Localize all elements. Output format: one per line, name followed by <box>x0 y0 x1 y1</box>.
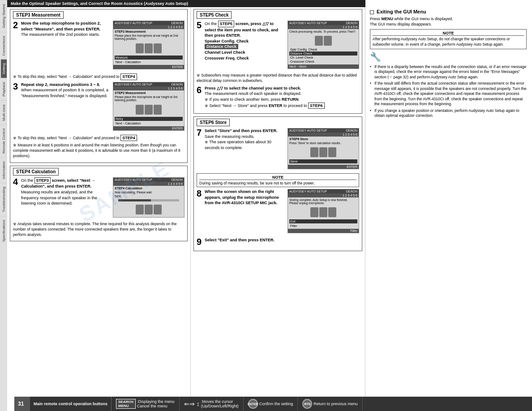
s4-speaker-3 <box>154 205 162 214</box>
s3-footer: ENTER <box>113 126 184 130</box>
step7-row: 7 Select "Store" and then press ENTER. S… <box>197 128 285 150</box>
step3-number: 3 <box>13 82 21 91</box>
step5-header: STEP5 Check <box>197 11 232 19</box>
step3-row: 3 Repeat step 2, measuring positions 3 ~… <box>13 82 111 99</box>
s3-numbers: 1 2 3 4 5 6 <box>168 87 183 90</box>
subwoofer-note: ※ Subwoofers may measure a greater repor… <box>197 73 359 84</box>
s4-progress-fill <box>118 199 151 201</box>
rtn-item: RTN Return to previous menu <box>298 397 363 411</box>
distance-check-label: Distance Check <box>205 44 238 49</box>
s7-speaker-1 <box>310 147 318 157</box>
step3-screen: AUDYSSEY AUTO SETUP DENON 1 2 3 4 5 6 ST… <box>113 82 184 131</box>
step7-text: Select "Store" and then press ENTER. <box>205 128 278 133</box>
search-icon: SEARCHMENU <box>116 399 136 409</box>
step4-screen: AUDYSSEY AUTO SETUP DENON 1 2 3 4 5 6 ST… <box>113 177 184 218</box>
step3-section: STEP3 Measurement AUDYSSEY AUTO SETUP DE… <box>10 9 188 163</box>
s7-footer: ENTER <box>288 165 359 169</box>
s7-step-label: STEP6 Store <box>289 137 357 141</box>
s4-speaker-icons <box>115 203 183 216</box>
left-column: STEP3 Measurement AUDYSSEY AUTO SETUP DE… <box>7 7 191 409</box>
step9-block: 9 Select "Exit" and then press ENTER. <box>197 237 359 246</box>
s3-speaker-1 <box>136 105 144 115</box>
step2-row: 2 Move the setup microphone to position … <box>13 21 111 38</box>
search-menu-text: :Displaying the menuCancel the menu <box>137 399 175 408</box>
step5-label-crossover: Crossover Freq. Check <box>205 56 249 60</box>
speaker-1 <box>136 43 144 53</box>
skip-note-2: ※ To skip this step, select "Next → Calc… <box>13 135 184 141</box>
s7-logo: DENON <box>346 129 357 132</box>
step8-screen: AUDYSSEY AUTO SETUP DENON 1 2 3 4 5 6 St… <box>287 189 359 233</box>
sidebar-item-connections[interactable]: Connections <box>1 32 7 59</box>
s5-menu-item-2-selected: Distance Check <box>289 51 357 56</box>
s8-numbers: 1 2 3 4 5 6 <box>343 194 357 197</box>
sidebar-item-multizone[interactable]: Multi-zone <box>1 100 7 124</box>
speaker-3 <box>154 43 162 53</box>
sidebar-item-setting[interactable]: Setting <box>1 59 7 78</box>
s4-step-label: STEP4 Calculation <box>115 187 183 190</box>
step8-row: 8 When the screen shown on the right app… <box>197 189 285 206</box>
screen-menu-measure: Measure <box>115 56 183 60</box>
right-bullet-list: If there is a disparity between the resu… <box>370 64 527 119</box>
step5-label-chlevel: Channel Level Check <box>205 50 245 55</box>
step9-row: 9 Select "Exit" and then press ENTER. <box>197 237 359 246</box>
sidebar-item-getting-started[interactable]: Getting Started <box>1 0 7 32</box>
step7-note: ※ The save operation takes about 30 seco… <box>205 140 271 150</box>
s4-speaker-2 <box>145 205 153 214</box>
step4-ref-2: STEP4 <box>120 135 137 141</box>
s8-step-label: Storing complete. Auto Setup is now fini… <box>289 198 357 205</box>
s8-menu-exit: Exit <box>289 219 357 223</box>
bullet-3: If you change a speaker position or orie… <box>370 108 527 119</box>
s5-step-label: Check processing results. To proceed, pr… <box>289 30 357 33</box>
s7-instruction: Press 'Store' to store calculation resul… <box>289 141 357 145</box>
step5-step-ref: STEP5 <box>218 21 235 27</box>
s8-speaker-2 <box>319 207 327 217</box>
step2-number: 2 <box>13 21 21 30</box>
rtn-button-icon: RTN <box>302 399 312 409</box>
s3-speaker-3 <box>154 105 162 115</box>
search-menu-item: SEARCHMENU :Displaying the menuCancel th… <box>112 397 180 411</box>
step6-header: STEP6 Store <box>197 119 230 126</box>
s4-speaker-1 <box>136 205 144 214</box>
step4-number: 4 <box>13 177 21 186</box>
sidebar-item-specifications[interactable]: Specifications <box>1 216 7 245</box>
s3-step-label: STEP2 Measurement <box>115 91 183 94</box>
step6-number: 6 <box>197 86 205 94</box>
s3-menu-retry: Retry <box>115 117 183 121</box>
enter-text: Confirm the setting <box>259 402 293 406</box>
step4-block: AUDYSSEY AUTO SETUP DENON 1 2 3 4 5 6 ST… <box>13 177 184 219</box>
sidebar-item-playback[interactable]: Playback <box>1 78 7 100</box>
bullet-2: If the result still differs from the act… <box>370 81 527 107</box>
right-column: Exiting the GUI Menu Press MENU while th… <box>365 7 531 409</box>
step4-row: 4 On the STEP3 screen, select "Next → Ca… <box>13 177 111 206</box>
s5-footer: Next→Store <box>288 64 359 68</box>
note-title: NOTE <box>199 175 356 180</box>
sidebar-item-troubleshooting[interactable]: Troubleshooting <box>1 183 7 216</box>
page-header: Make the Optimal Speaker Settings, and C… <box>7 0 365 7</box>
step8-content: When the screen shown on the right appea… <box>205 189 285 206</box>
step9-content: Select "Exit" and then press ENTER. <box>205 237 275 243</box>
middle-column: STEP5 Check AUDYSSEY AUTO SETUP DENON 1 … <box>191 7 365 409</box>
step7-content: Select "Store" and then press ENTER. Sav… <box>205 128 285 150</box>
s4-progress-text: 54% <box>115 195 183 198</box>
s3-logo: DENON <box>172 83 183 86</box>
step4-sub: Measuring results are analyzed, and the … <box>21 190 97 206</box>
step7-screen: AUDYSSEY AUTO SETUP DENON 1 2 3 4 5 6 ST… <box>287 128 359 169</box>
s5-speaker-2 <box>324 36 332 46</box>
checkbox-icon <box>370 10 374 14</box>
sidebar-item-remote-control[interactable]: Remote Control <box>1 124 7 157</box>
sidebar-item-information[interactable]: Information <box>1 157 7 183</box>
bottom-items: SEARCHMENU :Displaying the menuCancel th… <box>112 397 532 411</box>
s4-instruction: Now calculating. Please wait. <box>115 191 183 194</box>
main-content: Make the Optimal Speaker Settings, and C… <box>7 0 532 411</box>
step5-number: 5 <box>197 21 205 30</box>
step7-sub: Save the measuring results. <box>205 134 255 139</box>
s8-menu-filter: Filter <box>289 224 357 228</box>
s5-menu-item-4: Crossover Check <box>289 60 357 64</box>
page-number: 31 <box>14 397 30 411</box>
step8-number: 8 <box>197 189 205 198</box>
step5-label-speakercfg: Speaker Config. Check <box>205 39 249 43</box>
s5-numbers: 1 2 3 4 5 6 <box>343 26 357 29</box>
bottom-bar: 31 Main remote control operation buttons… <box>14 397 532 411</box>
exit-title-text: Exiting the GUI Menu <box>377 9 426 14</box>
s3-speaker-2 <box>145 105 153 115</box>
